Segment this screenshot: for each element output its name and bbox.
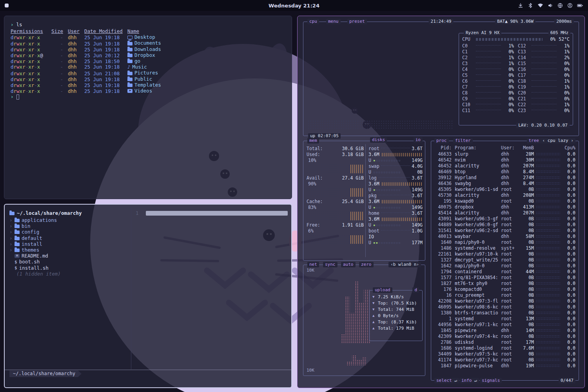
mem-title[interactable]: mem [307, 138, 319, 143]
network-icon[interactable] [557, 3, 563, 8]
process-row[interactable]: 31541 kworker/u96:2-sd root 0B 0.0 [434, 228, 575, 234]
core-label: C9 [462, 96, 474, 102]
process-row[interactable]: 1327 dmcrypt_write/25 root 0B 0.0 [434, 257, 575, 263]
disk-entry[interactable]: root 3.6T 3.6M U ▪▫▫▫▫▫▫▫▫▫▫ 149G [368, 146, 423, 163]
process-row[interactable]: 176 kcompactd0 root 0B 0.0 [434, 287, 575, 292]
process-row[interactable]: 22161 kworker/u97:10-k root 0B 0.0 [434, 251, 575, 257]
workspace-indicator[interactable] [5, 4, 9, 7]
col-mem[interactable]: MemB [519, 145, 534, 151]
process-row[interactable]: 1577 irq/81-PIXA3854: root 0B 0.0 [434, 275, 575, 281]
process-row[interactable]: 46452 alacritty dhh 207M 0.0 [434, 163, 575, 169]
col-program[interactable]: Program: [452, 145, 501, 151]
process-row[interactable]: 42208 kworker/u97:3-fl root 0B 0.0 [434, 298, 575, 304]
preset-button[interactable]: preset [347, 19, 367, 24]
net-title[interactable]: net [307, 262, 319, 267]
tree-item[interactable]: (1 hidden item) [9, 271, 127, 277]
cpu-title[interactable]: cpu [307, 19, 319, 24]
tree-item[interactable]: › default [9, 235, 127, 241]
process-row[interactable]: 1794 containerd root 44M 0.0 [434, 269, 575, 275]
process-row[interactable]: 45730 alacritty dhh 208M 0.0 [434, 192, 575, 198]
process-row[interactable]: 42309 kworker/u97:4-kc root 0B 0.0 [434, 334, 575, 339]
menu-button[interactable]: menu [326, 19, 341, 24]
col-cpu[interactable]: Cpu% [562, 145, 575, 151]
volume-icon[interactable] [548, 3, 553, 8]
tree-item[interactable]: › themes [9, 247, 127, 253]
process-row[interactable]: 1847 pipewire-pulse dhh 19M 0.0 [434, 363, 575, 369]
process-row[interactable]: 46436 swaybg dhh 8.4M 0.0 [434, 181, 575, 187]
process-row[interactable]: 2786 udisksd root 17M 0.0 [434, 339, 575, 345]
terminal-window-ls[interactable]: › ls Permissions Size User Date Modified… [4, 16, 292, 199]
file-size: - [51, 76, 63, 83]
process-row[interactable]: 44956 kworker/u97:1-kc root 0B 0.0 [434, 322, 575, 328]
disk-entry[interactable]: boot 1.0G IO U ▪▪▫▫▫▫▫▫▫▫▫ 177M [368, 228, 423, 246]
process-row[interactable]: 44889 kworker/u96:0-gf root 0B 0.0 [434, 222, 575, 228]
file-tree-window[interactable]: ~/.local/share/omarchy › applications › … [4, 204, 292, 388]
sort-selector[interactable]: ‹ cpu lazy › [541, 138, 575, 143]
tree-item[interactable]: › bin [9, 223, 127, 229]
process-row[interactable]: 45414 alacritty dhh 207M 0.0 [434, 210, 575, 216]
process-row[interactable]: 43091 kworker/u96:3-gf root 0B 0.0 [434, 216, 575, 222]
process-row[interactable]: 40013 waybar dhh 58M 0.0 [434, 234, 575, 240]
process-row[interactable]: 40075 dropbox dhh 413M 0.0 [434, 204, 575, 210]
disk-entry[interactable]: swap 4.0G U ▫▫▫▫▫▫▫▫▫▫▫ 0B [368, 163, 423, 175]
tree-item[interactable]: README.md [9, 253, 127, 259]
updates-icon[interactable] [518, 3, 523, 8]
io-mode-toggle[interactable]: io [414, 137, 423, 143]
net-sync-toggle[interactable]: sync [323, 262, 338, 267]
shell-prompt-line-2[interactable]: › [11, 94, 285, 100]
col-user[interactable]: User: [501, 145, 519, 151]
account-icon[interactable] [567, 3, 573, 8]
ls-row: drwxr-xr-x - dhh 25 Jun 19:18 Music [11, 64, 285, 70]
net-interface[interactable]: ‹b wlan0 n› [388, 262, 421, 267]
net-zero-toggle[interactable]: zero [359, 262, 374, 267]
process-row[interactable]: 1845 pipewire dhh 14M 0.0 [434, 328, 575, 334]
process-row[interactable]: 34409 kworker/u97:5-kc root 0B 0.0 [434, 351, 575, 357]
process-row[interactable]: 46542 nvim dhh 30M 0.0 [434, 157, 575, 163]
tree-item[interactable]: › config [9, 229, 127, 235]
tree-root-row[interactable]: ~/.local/share/omarchy [9, 210, 82, 216]
btop-window[interactable]: cpu menu preset 21:24:49 BAT▲ 98% 3.06W … [297, 16, 585, 388]
battery-icon[interactable] [577, 3, 583, 8]
process-row[interactable]: 46469 btop dhh 8.4M 0.0 [434, 169, 575, 175]
update-interval[interactable]: 2000ms [554, 19, 574, 24]
process-row[interactable]: 1686 systemd-logind root 7.6M 0.0 [434, 345, 575, 351]
process-row[interactable]: 1642 napi/phy0-0 root 0B 0.0 [434, 263, 575, 269]
core-percent: 2% [559, 55, 570, 61]
net-stat-text: 0 Byte/s [378, 313, 399, 319]
disk-entry[interactable]: log 3.6T 3.6M U ▪▫▫▫▫▫▫▫▫▫▫ 149G [368, 175, 423, 193]
process-row[interactable]: 46633 slurp dhh 28M 0.0 [434, 151, 575, 157]
process-row[interactable]: 46095 kworker/u98:6-kc root 0B 0.0 [434, 304, 575, 310]
process-row[interactable]: 195 kswapd0 root 0B 0.0 [434, 198, 575, 204]
wifi-icon[interactable] [537, 3, 543, 8]
signals-hint[interactable]: signals [480, 378, 502, 383]
process-row[interactable]: 1380 btrfs-transactio root 0B 0.0 [434, 310, 575, 316]
disk-size: 3.6T [412, 211, 423, 216]
bluetooth-icon[interactable] [528, 3, 533, 8]
process-row[interactable]: 45305 kworker/u96:1-sd root 0B 0.0 [434, 187, 575, 192]
disk-entry[interactable]: pkg 3.6T 3.6M U ▪▫▫▫▫▫▫▫▫▫▫ 149G [368, 193, 423, 211]
process-row[interactable]: 16 rcu_preempt root 0B 0.0 [434, 292, 575, 298]
core-percent: 0% [559, 90, 570, 96]
tree-item[interactable]: › install [9, 241, 127, 247]
process-row[interactable]: 39912 Hyprland dhh 274M 0.0 [434, 175, 575, 181]
info-hint[interactable]: info ↵ [459, 378, 479, 383]
tree-item[interactable]: › applications [9, 217, 127, 223]
disk-entry[interactable]: home 3.6T 3.6M U ▪▫▫▫▫▫▫▫▫▫▫ 149G [368, 211, 423, 228]
process-row[interactable]: 41174 kworker/u97:7-kc root 0B 0.0 [434, 357, 575, 363]
select-hint[interactable]: select ↵ [434, 378, 459, 383]
process-row[interactable]: 1 systemd root 13M 0.0 [434, 316, 575, 322]
buffer-cursor-line[interactable] [146, 211, 288, 216]
col-pid[interactable]: Pid: [434, 145, 452, 151]
tree-toggle[interactable]: tree [527, 138, 541, 143]
process-row[interactable]: 1827 mt76-tx phy0 root 0B 0.0 [434, 281, 575, 287]
process-row[interactable]: 1640 napi/phy0-0 root 0B 0.0 [434, 240, 575, 245]
tree-item[interactable]: boot.sh [9, 259, 127, 265]
net-auto-toggle[interactable]: auto [341, 262, 356, 267]
file-date: 25 Jun 19:18 [81, 41, 124, 47]
statusline-path-chip: ~/.local/share/omarchy [9, 370, 82, 377]
filter-button[interactable]: filter [453, 138, 473, 143]
process-row[interactable]: 1486 systemd-resolve syst+ 15M 0.0 [434, 245, 575, 251]
disks-title[interactable]: disks [370, 137, 387, 143]
proc-title[interactable]: proc [434, 138, 449, 143]
tree-item[interactable]: install.sh [9, 265, 127, 271]
